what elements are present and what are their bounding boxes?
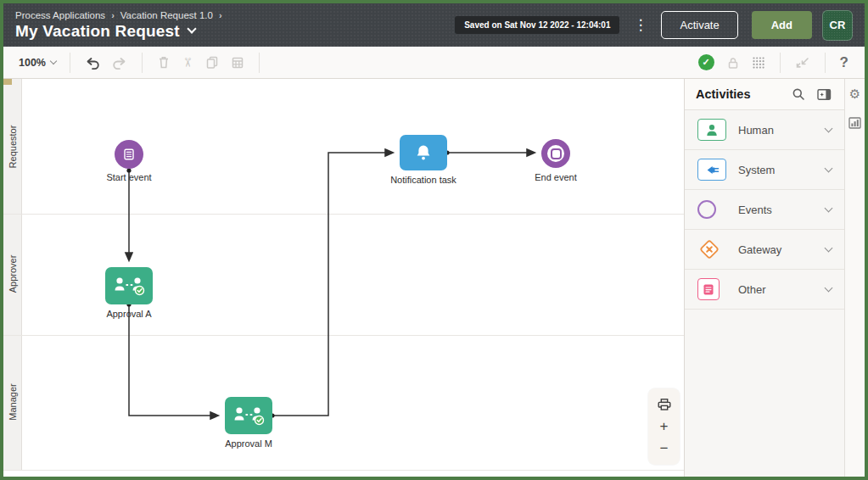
activate-button[interactable]: Activate: [661, 11, 737, 39]
activities-header: Activities: [685, 79, 844, 110]
palette-item-gateway[interactable]: Gateway: [685, 230, 844, 270]
zoom-in-button[interactable]: +: [660, 419, 669, 433]
chevron-down-icon[interactable]: [825, 284, 833, 293]
palette-item-events[interactable]: Events: [685, 190, 844, 230]
trash-icon: [157, 55, 171, 70]
kebab-menu-icon[interactable]: ⋮: [633, 18, 647, 32]
approval-users-icon: [231, 405, 266, 427]
flow-approval-m-to-notification: [272, 153, 393, 416]
delete-button[interactable]: [151, 52, 176, 73]
lane-label-approver[interactable]: Approver: [8, 255, 18, 293]
palette-item-label: Gateway: [738, 243, 826, 256]
divider: [142, 53, 143, 73]
lock-icon: [726, 56, 740, 70]
flow-approval-a-to-approval-m: [129, 304, 218, 416]
event-circle-icon: [697, 200, 716, 219]
node-label: End event: [535, 172, 577, 182]
node-label: Start event: [106, 172, 151, 182]
palette-icon-wrap: [697, 200, 738, 219]
copy-button[interactable]: [199, 52, 225, 73]
undo-button[interactable]: [79, 53, 106, 73]
add-button[interactable]: Add: [752, 11, 812, 39]
panel-toggle-button[interactable]: [815, 87, 833, 103]
breadcrumb: Process Applications › Vacation Request …: [15, 10, 222, 20]
node-label: Notification task: [390, 175, 456, 185]
zoom-level-value: 100%: [19, 57, 46, 69]
paste-button[interactable]: [225, 53, 250, 73]
collapse-arrows-icon: [795, 57, 810, 69]
search-button[interactable]: [790, 86, 807, 103]
settings-button[interactable]: ⚙: [849, 87, 860, 100]
chevron-down-icon[interactable]: [825, 204, 833, 213]
palette-item-label: Human: [738, 124, 826, 137]
zoom-level-dropdown[interactable]: 100%: [14, 53, 61, 72]
lane-separator: [3, 214, 684, 215]
search-icon: [792, 87, 805, 101]
form-icon: [122, 148, 136, 161]
chevron-down-icon[interactable]: [825, 165, 833, 173]
analytics-button[interactable]: [848, 117, 861, 129]
note-icon: [697, 278, 720, 300]
zoom-out-button[interactable]: −: [660, 441, 669, 455]
app-header: Process Applications › Vacation Request …: [3, 3, 865, 47]
process-designer-window: Process Applications › Vacation Request …: [0, 0, 868, 480]
avatar[interactable]: CR: [822, 10, 853, 41]
activities-title: Activities: [696, 87, 781, 101]
breadcrumb-process-applications[interactable]: Process Applications: [15, 10, 105, 20]
divider: [825, 53, 826, 73]
bar-chart-icon: [848, 117, 861, 129]
validation-status-button[interactable]: ✓: [692, 51, 720, 74]
lane-handle: [3, 79, 12, 85]
gear-icon: ⚙: [849, 87, 860, 100]
redo-button[interactable]: [106, 53, 133, 73]
node-start-event[interactable]: [115, 140, 143, 169]
printer-icon: [657, 398, 672, 411]
saved-status-badge: Saved on Sat Nov 12 2022 - 12:04:01: [455, 16, 619, 34]
bell-icon: [415, 144, 432, 161]
breadcrumb-separator-icon: ›: [219, 10, 222, 20]
node-notification-task[interactable]: [400, 135, 447, 170]
cut-button[interactable]: ✂: [176, 52, 199, 74]
palette-item-label: Other: [738, 283, 826, 296]
palette-item-human[interactable]: Human: [685, 110, 844, 150]
header-actions: Saved on Sat Nov 12 2022 - 12:04:01 ⋮ Ac…: [455, 10, 853, 41]
canvas-controls: + −: [648, 388, 680, 465]
node-label: Approval A: [106, 309, 151, 319]
help-button[interactable]: ?: [834, 51, 854, 75]
lane-separator: [3, 470, 684, 471]
chevron-down-icon[interactable]: [825, 244, 833, 253]
palette-icon-wrap: [697, 237, 738, 261]
main-area: Requestor Approver Manager: [3, 79, 865, 477]
divider: [780, 53, 781, 73]
lane-label-manager[interactable]: Manager: [8, 383, 18, 420]
breadcrumb-separator-icon: ›: [111, 10, 115, 20]
grid-button[interactable]: [746, 53, 771, 73]
copy-icon: [205, 55, 219, 70]
system-plug-icon: [697, 159, 726, 181]
print-button[interactable]: [657, 398, 672, 411]
palette-item-other[interactable]: Other: [685, 270, 844, 310]
end-square-icon: [551, 148, 562, 159]
node-label: Approval M: [225, 438, 272, 449]
palette-icon-wrap: [697, 278, 738, 300]
divider: [70, 53, 70, 73]
right-icon-strip: ⚙: [844, 79, 865, 477]
node-approval-m[interactable]: [225, 397, 272, 434]
node-approval-a[interactable]: [105, 267, 153, 304]
panel-toggle-icon: [817, 88, 832, 101]
lane-label-requestor[interactable]: Requestor: [8, 126, 18, 169]
palette-item-label: System: [738, 164, 826, 176]
title-row[interactable]: My Vacation Request: [15, 22, 222, 41]
lock-button[interactable]: [720, 53, 746, 73]
node-end-event[interactable]: [541, 139, 570, 168]
palette-icon-wrap: [697, 119, 738, 141]
breadcrumb-vacation-request[interactable]: Vacation Request 1.0: [120, 10, 213, 20]
divider: [259, 53, 260, 73]
chevron-down-icon[interactable]: [825, 125, 833, 133]
collapse-panel-button[interactable]: [789, 53, 816, 72]
activities-panel: Activities: [684, 79, 844, 477]
check-circle-icon: ✓: [698, 54, 714, 70]
process-canvas[interactable]: Requestor Approver Manager: [3, 79, 684, 477]
palette-item-system[interactable]: System: [685, 150, 844, 190]
gateway-diamond-icon: [697, 237, 721, 261]
